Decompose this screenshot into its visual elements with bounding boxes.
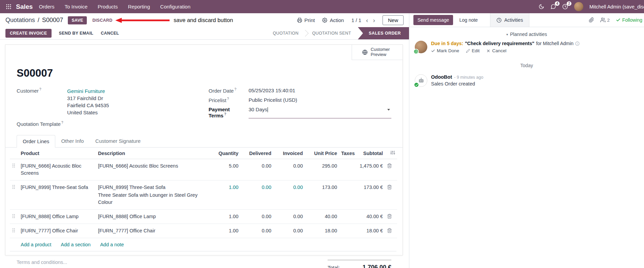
- cell-taxes[interactable]: [339, 210, 354, 224]
- mark-done-button[interactable]: Mark Done: [431, 48, 459, 53]
- col-taxes[interactable]: Taxes: [339, 148, 354, 159]
- user-avatar[interactable]: [574, 2, 583, 11]
- cell-unit-price[interactable]: 40.00: [305, 210, 339, 224]
- add-note-link[interactable]: Add a note: [100, 242, 124, 247]
- customer-link[interactable]: Gemini Furniture: [67, 88, 105, 94]
- cancel-activity-button[interactable]: Cancel: [486, 48, 506, 53]
- cell-product[interactable]: [FURN_8888] Office Lamp: [19, 210, 96, 224]
- info-icon[interactable]: [575, 41, 580, 46]
- new-button[interactable]: New: [383, 15, 404, 25]
- app-name[interactable]: Sales: [16, 3, 33, 11]
- print-button[interactable]: Print: [297, 17, 315, 23]
- cell-product[interactable]: [FURN_8999] Three-Seat Sofa: [19, 180, 96, 210]
- delete-line-icon[interactable]: [385, 210, 397, 224]
- create-invoice-button[interactable]: CREATE INVOICE: [5, 29, 52, 38]
- cell-description[interactable]: [FURN_7777] Office Chair: [96, 224, 203, 238]
- cell-unit-price[interactable]: 295.00: [305, 159, 339, 180]
- cell-invoiced[interactable]: 0.00: [273, 224, 305, 238]
- following-button[interactable]: Following: [616, 17, 642, 23]
- add-section-link[interactable]: Add a section: [61, 242, 91, 247]
- delete-line-icon[interactable]: [385, 180, 397, 210]
- cell-delivered[interactable]: 0.00: [240, 159, 273, 180]
- state-sales-order[interactable]: SALES ORDER: [358, 27, 409, 39]
- tab-customer-signature[interactable]: Customer Signature: [90, 135, 146, 147]
- drag-handle-icon[interactable]: [10, 180, 19, 210]
- state-quotation-sent[interactable]: QUOTATION SENT: [305, 27, 358, 39]
- cell-quantity[interactable]: 1.00: [203, 210, 240, 224]
- drag-handle-icon[interactable]: [10, 224, 19, 238]
- cell-delivered[interactable]: 0.00: [240, 224, 273, 238]
- log-note-button[interactable]: Log note: [454, 15, 483, 25]
- attachments-button[interactable]: [589, 17, 594, 23]
- followers-icon: [600, 17, 606, 23]
- user-menu[interactable]: Mitchell Admin (save_discar: [589, 4, 644, 9]
- delete-line-icon[interactable]: [385, 224, 397, 238]
- planned-activities-header[interactable]: ▾ Planned activities: [409, 32, 644, 37]
- col-unit-price[interactable]: Unit Price: [305, 148, 339, 159]
- cell-taxes[interactable]: [339, 159, 354, 180]
- cancel-button[interactable]: CANCEL: [101, 31, 119, 36]
- customer-preview-button[interactable]: Customer Preview: [352, 45, 403, 60]
- action-button[interactable]: Action: [322, 17, 344, 23]
- cell-product[interactable]: [FURN_6666] Acoustic Bloc Screens: [19, 159, 96, 180]
- drag-handle-icon[interactable]: [10, 210, 19, 224]
- menu-reporting[interactable]: Reporting: [128, 4, 150, 9]
- cell-invoiced[interactable]: 0.00: [273, 159, 305, 180]
- col-invoiced[interactable]: Invoiced: [273, 148, 305, 159]
- col-quantity[interactable]: Quantity: [203, 148, 240, 159]
- delete-line-icon[interactable]: [385, 159, 397, 180]
- activities-tab[interactable]: Activities: [490, 13, 529, 27]
- col-description[interactable]: Description: [96, 148, 203, 159]
- pager-previous-icon[interactable]: ‹: [366, 17, 368, 23]
- col-product[interactable]: Product: [19, 148, 96, 159]
- cell-product[interactable]: [FURN_7777] Office Chair: [19, 224, 96, 238]
- drag-handle-icon[interactable]: [10, 159, 19, 180]
- cell-description[interactable]: [FURN_8999] Three-Seat Sofa Three Seater…: [96, 180, 203, 210]
- cell-taxes[interactable]: [339, 180, 354, 210]
- cell-description[interactable]: [FURN_8888] Office Lamp: [96, 210, 203, 224]
- payment-terms-input[interactable]: 30 Days: [249, 107, 391, 118]
- cell-description[interactable]: [FURN_6666] Acoustic Bloc Screens: [96, 159, 203, 180]
- cell-delivered[interactable]: 0.00: [240, 210, 273, 224]
- cell-unit-price[interactable]: 18.00: [305, 224, 339, 238]
- tab-order-lines[interactable]: Order Lines: [17, 135, 55, 148]
- col-subtotal[interactable]: Subtotal: [354, 148, 385, 159]
- save-button[interactable]: SAVE: [68, 16, 87, 24]
- terms-and-conditions-input[interactable]: Terms and conditions...: [17, 260, 67, 265]
- optional-columns-button[interactable]: [385, 148, 397, 159]
- cell-quantity[interactable]: 1.00: [203, 180, 240, 210]
- send-message-button[interactable]: Send message: [413, 15, 453, 25]
- followers-button[interactable]: 2: [600, 17, 610, 23]
- send-by-email-button[interactable]: SEND BY EMAIL: [59, 31, 94, 36]
- cell-unit-price[interactable]: 173.00: [305, 180, 339, 210]
- cell-taxes[interactable]: [339, 224, 354, 238]
- col-delivered[interactable]: Delivered: [240, 148, 273, 159]
- pencil-icon: [466, 49, 470, 53]
- messages-icon[interactable]: 4: [550, 4, 556, 9]
- menu-to-invoice[interactable]: To Invoice: [65, 4, 88, 9]
- discard-button[interactable]: DISCARD: [92, 18, 112, 23]
- menu-orders[interactable]: Orders: [39, 4, 55, 9]
- tab-other-info[interactable]: Other Info: [55, 135, 90, 147]
- pricelist-value[interactable]: Public Pricelist (USD): [249, 97, 297, 103]
- activities-clock-icon[interactable]: 2: [562, 4, 568, 9]
- pager-next-icon[interactable]: ›: [373, 17, 375, 23]
- add-product-link[interactable]: Add a product: [21, 242, 51, 247]
- dropdown-caret-icon[interactable]: [387, 109, 390, 111]
- menu-configuration[interactable]: Configuration: [160, 4, 190, 9]
- quotation-template-field[interactable]: Quotation Template?: [17, 121, 209, 127]
- cell-quantity[interactable]: 1.00: [203, 224, 240, 238]
- cell-invoiced[interactable]: 0.00: [273, 180, 305, 210]
- cell-subtotal: 18.00 €: [354, 224, 385, 238]
- dark-mode-moon-icon[interactable]: [539, 4, 544, 9]
- order-date-value[interactable]: 05/25/2023 15:40:01: [249, 88, 295, 94]
- edit-activity-button[interactable]: Edit: [466, 48, 480, 53]
- state-quotation[interactable]: QUOTATION: [266, 27, 305, 39]
- cell-delivered[interactable]: 0.00: [240, 180, 273, 210]
- cell-quantity[interactable]: 5.00: [203, 159, 240, 180]
- followers-count: 2: [607, 18, 610, 23]
- cell-invoiced[interactable]: 0.00: [273, 210, 305, 224]
- apps-grid-icon[interactable]: [4, 3, 13, 11]
- breadcrumb-quotations[interactable]: Quotations: [5, 17, 35, 24]
- menu-products[interactable]: Products: [98, 4, 118, 9]
